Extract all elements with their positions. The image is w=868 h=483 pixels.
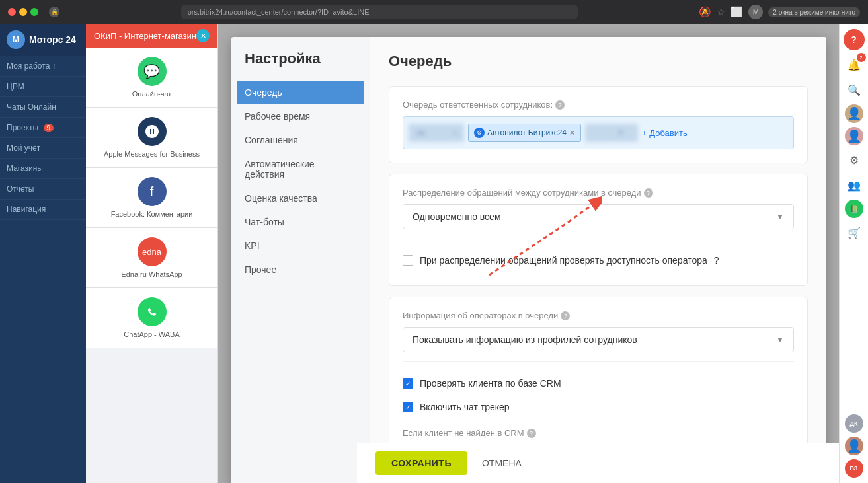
right-icon-notification[interactable]: 🔔 2 (844, 54, 865, 75)
avatar-3[interactable]: 📗 (845, 200, 863, 218)
crm-check-checkbox[interactable]: ✓ (403, 378, 413, 389)
distribution-select[interactable]: Одновременно всем ▼ (403, 204, 794, 229)
settings-content: Очередь Очередь ответственных сотруднико… (370, 37, 826, 483)
incognito-badge: 2 окна в режиме инкогнито (768, 7, 860, 17)
add-member-button[interactable]: + Добавить (642, 128, 688, 138)
member-tag-2: ✕ (585, 124, 638, 142)
remove-member-2[interactable]: ✕ (617, 128, 624, 137)
crm-check-label: Проверять клиента по базе CRM (420, 378, 561, 389)
queue-members-field[interactable]: ев +. ⚙ Автопилот Битрикс24 ✕ (403, 116, 794, 149)
sidebar-logo: М Моторс 24 (0, 24, 86, 56)
sidebar-item-stores[interactable]: Магазины (0, 159, 86, 179)
crm-not-found-help-icon[interactable]: ? (527, 429, 536, 438)
sidebar-item-projects[interactable]: Проекты 9 (0, 118, 86, 138)
channel-item-chatapp[interactable]: ChatApp - WABA (86, 288, 217, 348)
sidebar-item-reports[interactable]: Отчеты (0, 179, 86, 200)
browser-traffic-lights (8, 8, 38, 16)
chat-tracker-checkbox[interactable]: ✓ (403, 402, 413, 412)
minimize-dot[interactable] (19, 8, 27, 16)
channel-item-apple-messages[interactable]: Apple Messages for Business (86, 108, 217, 168)
settings-title: Настройка (231, 50, 370, 81)
operator-info-label: Информация об операторах в очереди ? (403, 311, 794, 320)
sidebar-item-accounting[interactable]: Мой учёт (0, 138, 86, 159)
cancel-button[interactable]: ОТМЕНА (475, 451, 528, 475)
close-channel-list-button[interactable]: ✕ (196, 29, 210, 42)
settings-sidebar: Настройка Очередь Рабочее время Соглашен… (231, 37, 370, 483)
chat-tracker-label: Включить чат трекер (420, 402, 510, 412)
avatar-1[interactable]: 👤 (845, 104, 863, 123)
channel-item-online-chat[interactable]: 💬 Онлайн-чат (86, 48, 217, 108)
member-tag-autopilot: ⚙ Автопилот Битрикс24 ✕ (468, 124, 581, 142)
queue-members-label: Очередь ответственных сотрудников: ? (403, 100, 794, 110)
settings-nav-work-hours[interactable]: Рабочее время (231, 104, 370, 128)
chatapp-label: ChatApp - WABA (124, 330, 180, 338)
projects-badge: 9 (44, 124, 54, 132)
sidebar-item-my-work[interactable]: Моя работа ↑ (0, 56, 86, 77)
distribution-section: Распределение обращений между сотрудника… (389, 174, 808, 286)
autopilot-label: Автопилот Битрикс24 (487, 128, 567, 137)
facebook-label: Facebook: Комментарии (111, 210, 193, 218)
online-chat-icon: 💬 (138, 57, 167, 86)
settings-nav-agreements[interactable]: Соглашения (231, 128, 370, 152)
queue-members-help-icon[interactable]: ? (555, 100, 565, 110)
check-availability-label: При распределении обращений проверять до… (420, 255, 707, 266)
right-icon-people[interactable]: 👥 (844, 174, 865, 196)
avatar-person[interactable]: 👤 (845, 437, 863, 455)
settings-nav-kpi[interactable]: KPI (231, 234, 370, 258)
operator-info-select[interactable]: Показывать информацию из профилей сотруд… (403, 327, 794, 352)
crm-not-found-label: Если клиент не найден в CRM ? (403, 428, 794, 438)
main-layout: М Моторс 24 Моя работа ↑ ЦРМ Чаты Онлайн… (0, 24, 868, 483)
save-button[interactable]: СОХРАНИТЬ (375, 451, 467, 475)
avatar-person-img: 👤 (847, 439, 861, 453)
avatar-2-img: 👤 (847, 129, 861, 143)
remove-autopilot[interactable]: ✕ (569, 129, 575, 137)
security-icon: 🔒 (49, 7, 59, 17)
operator-info-help-icon[interactable]: ? (561, 311, 570, 320)
extension-icon[interactable]: ⬜ (730, 6, 743, 18)
sidebar-item-chats[interactable]: Чаты Онлайн (0, 97, 86, 118)
edna-icon: edna (138, 237, 167, 266)
star-icon[interactable]: ☆ (717, 6, 725, 18)
right-icon-gear[interactable]: ⚙ (844, 149, 865, 170)
online-chat-label: Онлайн-чат (132, 90, 172, 98)
maximize-dot[interactable] (30, 8, 38, 16)
channel-item-facebook[interactable]: f Facebook: Комментарии (86, 168, 217, 228)
avatar-vz[interactable]: ВЗ (845, 459, 863, 478)
right-icon-cart[interactable]: 🛒 (844, 222, 865, 243)
address-bar[interactable]: ors.bitrix24.ru/contact_center/connector… (181, 5, 578, 19)
member-tag-1: ев +. (409, 124, 464, 142)
browser-actions: 🔕 ☆ ⬜ M 2 окна в режиме инкогнито (699, 5, 860, 19)
profile-icon[interactable]: M (748, 5, 763, 19)
close-dot[interactable] (8, 8, 16, 16)
avatar-2[interactable]: 👤 (845, 127, 863, 145)
operator-info-arrow: ▼ (776, 335, 784, 344)
browser-chrome: 🔒 ors.bitrix24.ru/contact_center/connect… (0, 0, 868, 24)
autopilot-icon: ⚙ (474, 128, 485, 138)
check-availability-checkbox[interactable] (403, 255, 413, 266)
right-icon-search[interactable]: 🔍 (844, 79, 865, 100)
whatsapp-icon (138, 297, 167, 326)
settings-nav-other[interactable]: Прочее (231, 258, 370, 281)
settings-nav-quality[interactable]: Оценка качества (231, 186, 370, 210)
check-availability-row: При распределении обращений проверять до… (403, 248, 794, 272)
check-availability-help-icon[interactable]: ? (714, 255, 719, 266)
settings-overlay: Настройка Очередь Рабочее время Соглашен… (218, 24, 839, 483)
channel-item-edna[interactable]: edna Edna.ru WhatsApp (86, 228, 217, 288)
logo-text: Моторс 24 (29, 34, 76, 45)
distribution-help-icon[interactable]: ? (644, 188, 653, 198)
apple-messages-icon (138, 117, 167, 146)
chat-tracker-row: ✓ Включить чат трекер (403, 395, 794, 419)
remove-member-1[interactable]: +. (452, 128, 459, 137)
settings-nav-auto-actions[interactable]: Автоматические действия (231, 152, 370, 186)
settings-nav-chatbots[interactable]: Чат-боты (231, 210, 370, 234)
sidebar-item-crm[interactable]: ЦРМ (0, 77, 86, 97)
divider2 (403, 361, 794, 362)
settings-footer: СОХРАНИТЬ ОТМЕНА (357, 443, 826, 483)
avatar-dk[interactable]: ДК (845, 414, 863, 433)
right-sidebar: ? 🔔 2 🔍 👤 👤 ⚙ 👥 📗 🛒 ДК 👤 ВЗ (839, 24, 868, 483)
channel-list-header: ОКиП - Интернет-магазин ✕ (86, 24, 217, 48)
sidebar-item-navigation[interactable]: Навигация (0, 200, 86, 220)
queue-members-section: Очередь ответственных сотрудников: ? ев … (389, 86, 808, 163)
right-icon-question[interactable]: ? (844, 29, 865, 50)
settings-nav-queue[interactable]: Очередь (237, 81, 364, 104)
